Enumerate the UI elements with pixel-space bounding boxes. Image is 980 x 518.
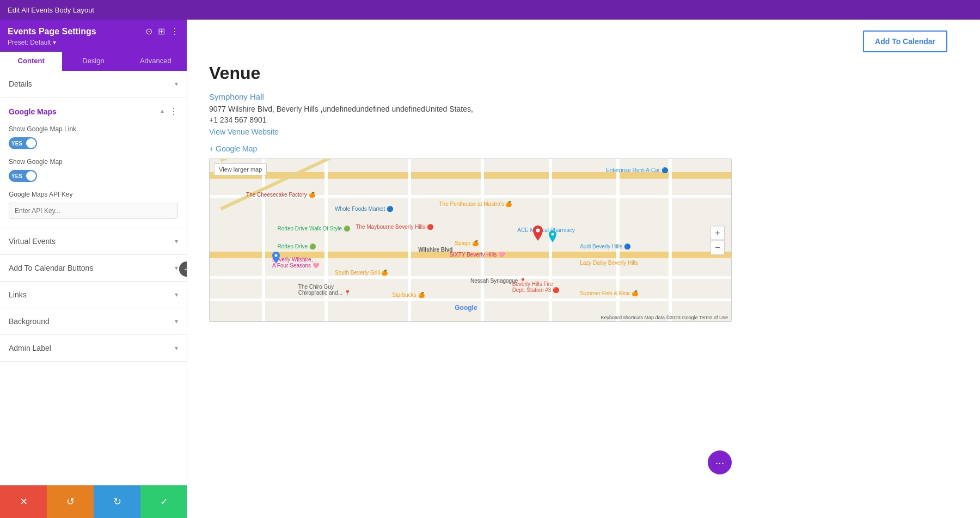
section-background: Background ▾: [0, 308, 187, 335]
top-bar-label: Edit All Events Body Layout: [8, 6, 94, 14]
sidebar-title: Events Page Settings: [8, 27, 96, 36]
toggle-knob-2: [26, 171, 36, 181]
svg-point-0: [536, 229, 540, 233]
map-label-chiro: The Chiro GuyChiropractic and... 📍: [298, 284, 351, 296]
map-label-penthouse: The Penthouse at Mastro's 🍊: [439, 201, 512, 207]
map-label-summerfish: Summer Fish & Rice 🍊: [580, 290, 638, 296]
section-admin-label: Admin Label ▾: [0, 335, 187, 362]
map-label-sixty: SIXTY Beverly Hills 🩷: [450, 252, 505, 258]
undo-button[interactable]: ↺: [47, 485, 94, 518]
tab-advanced[interactable]: Advanced: [125, 52, 187, 71]
section-links-header[interactable]: Links ▾: [0, 282, 187, 308]
zoom-out-button[interactable]: −: [710, 241, 725, 255]
sidebar-content: Details ▾ Google Maps ▾ ⋮ Show: [0, 71, 187, 518]
redo-button[interactable]: ↻: [94, 485, 140, 518]
api-key-input[interactable]: [9, 203, 178, 219]
view-larger-map-button[interactable]: View larger map: [214, 163, 267, 175]
show-map-toggle-row: YES: [9, 170, 178, 182]
more-options-icon[interactable]: ⋮: [170, 26, 179, 36]
section-calendar-buttons-header[interactable]: Add To Calendar Buttons ▾: [0, 255, 187, 281]
section-virtual-events-header[interactable]: Virtual Events ▾: [0, 228, 187, 254]
venue-website-link[interactable]: View Venue Website: [209, 127, 958, 136]
section-google-maps: Google Maps ▾ ⋮ Show Google Map Link YES: [0, 97, 187, 228]
target-icon[interactable]: ⊙: [145, 26, 152, 36]
save-button[interactable]: ✓: [140, 485, 187, 518]
section-background-header[interactable]: Background ▾: [0, 308, 187, 334]
sidebar-icons: ⊙ ⊞ ⋮: [145, 26, 179, 36]
map-label-starbucks: Starbucks 🍊: [392, 292, 424, 298]
fab-button[interactable]: ···: [708, 450, 732, 474]
map-label-fire: Beverly Hills FireDept. Station #3 🔴: [512, 281, 560, 293]
section-links: Links ▾: [0, 282, 187, 308]
map-label-rodeo2: Rodeo Drive 🟢: [278, 243, 316, 249]
venue-heading: Venue: [209, 63, 958, 83]
toggle-yes-label: YES: [11, 141, 22, 147]
map-pin-teal: [549, 230, 556, 245]
toggle-yes-label-2: YES: [11, 173, 22, 179]
google-logo: Google: [455, 304, 477, 312]
map-zoom-controls: + −: [710, 226, 725, 255]
map-label-cheesecake: The Cheesecake Factory 🍊: [246, 192, 315, 198]
section-links-title: Links: [9, 290, 27, 299]
zoom-in-button[interactable]: +: [710, 226, 725, 240]
venue-section: Venue Symphony Hall 9077 Wilshire Blvd, …: [209, 63, 958, 322]
section-links-chevron: ▾: [175, 291, 178, 298]
map-label-lazydaisy: Lazy Daisy Beverly Hills: [580, 260, 638, 266]
map-label-wilshire: Wilshire Blvd: [418, 247, 452, 253]
map-pin: [533, 226, 543, 243]
section-virtual-events: Virtual Events ▾: [0, 228, 187, 255]
tab-content[interactable]: Content: [0, 52, 62, 71]
section-calendar-buttons-chevron: ▾: [175, 264, 178, 272]
map-label-ace: ACE Medical Pharmacy: [517, 227, 575, 233]
venue-name-link[interactable]: Symphony Hall: [209, 92, 958, 101]
bottom-bar: ✕ ↺ ↻ ✓: [0, 485, 187, 518]
add-to-calendar-button[interactable]: Add To Calendar: [863, 31, 947, 52]
svg-point-1: [551, 233, 554, 236]
section-virtual-events-chevron: ▾: [175, 237, 178, 245]
map-label-rodeo1: Rodeo Drive Walk Of Style 🟢: [278, 226, 350, 231]
drag-arrows-icon: ↔: [183, 265, 187, 273]
show-map-link-toggle[interactable]: YES: [9, 137, 37, 149]
google-maps-fields: Show Google Map Link YES Show Google Map…: [0, 125, 187, 228]
section-details: Details ▾: [0, 71, 187, 97]
section-google-maps-title: Google Maps: [9, 107, 57, 116]
venue-phone: +1 234 567 8901: [209, 115, 958, 124]
section-background-chevron: ▾: [175, 318, 178, 325]
venue-address: 9077 Wilshire Blvd, Beverly Hills ,undef…: [209, 105, 958, 113]
section-virtual-events-title: Virtual Events: [9, 237, 56, 246]
map-label-southbeverly: South Beverly Grill 🍊: [335, 270, 388, 276]
sidebar-preset[interactable]: Preset: Default ▾: [8, 39, 179, 46]
map-label-enterprise: Enterprise Rent-A-Car 🔵: [606, 167, 668, 173]
section-details-header[interactable]: Details ▾: [0, 71, 187, 97]
toggle-knob: [26, 138, 36, 148]
map-label-wholefoods: Whole Foods Market 🔵: [335, 206, 393, 212]
top-bar: Edit All Events Body Layout: [0, 0, 980, 20]
show-map-label: Show Google Map: [9, 158, 178, 166]
section-admin-label-header[interactable]: Admin Label ▾: [0, 335, 187, 361]
section-calendar-buttons: Add To Calendar Buttons ▾: [0, 255, 187, 282]
section-google-maps-more[interactable]: ⋮: [169, 106, 178, 117]
map-label-maybourne: The Maybourne Beverly Hills 🔴: [356, 224, 433, 230]
columns-icon[interactable]: ⊞: [158, 26, 165, 36]
map-pin-blue: [272, 252, 280, 266]
show-map-link-label: Show Google Map Link: [9, 125, 178, 133]
main-area: Events Page Settings ⊙ ⊞ ⋮ Preset: Defau…: [0, 20, 980, 518]
section-google-maps-header[interactable]: Google Maps ▾ ⋮: [0, 97, 187, 125]
sidebar: Events Page Settings ⊙ ⊞ ⋮ Preset: Defau…: [0, 20, 187, 518]
tab-design[interactable]: Design: [62, 52, 124, 71]
close-button[interactable]: ✕: [0, 485, 47, 518]
section-details-chevron: ▾: [175, 80, 178, 88]
show-map-toggle[interactable]: YES: [9, 170, 37, 182]
sidebar-tabs: Content Design Advanced: [0, 52, 187, 71]
show-map-link-toggle-row: YES: [9, 137, 178, 149]
map-label-audi: Audi Beverly Hills 🔵: [580, 243, 630, 249]
section-calendar-buttons-title: Add To Calendar Buttons: [9, 264, 93, 272]
map-container: The Cheesecake Factory 🍊 Whole Foods Mar…: [209, 159, 732, 322]
svg-point-2: [274, 254, 277, 257]
section-background-title: Background: [9, 317, 50, 326]
section-google-maps-chevron: ▾: [161, 108, 164, 115]
map-label-spago: Spago 🍊: [455, 240, 479, 246]
section-details-title: Details: [9, 80, 32, 88]
section-admin-label-title: Admin Label: [9, 344, 51, 352]
google-map-link[interactable]: + Google Map: [209, 144, 257, 153]
